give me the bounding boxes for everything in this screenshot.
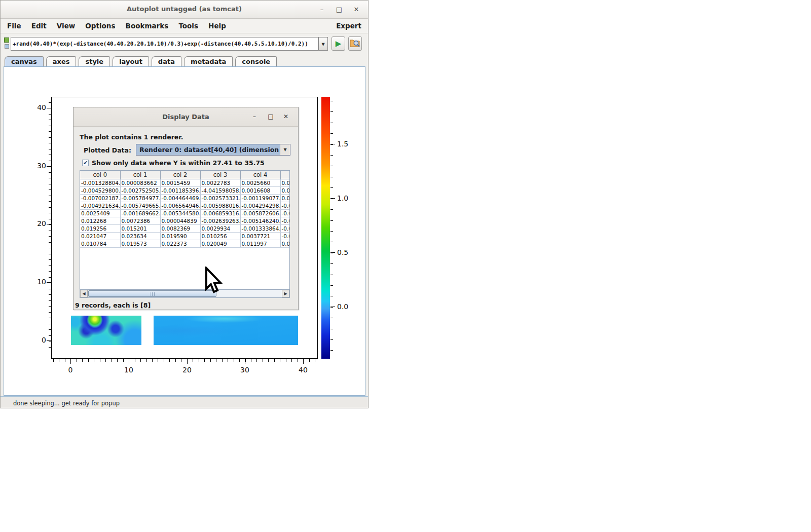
status-message: done sleeping... get ready for popup <box>13 400 120 407</box>
table-cell[interactable]: 0.0037721 <box>240 232 280 240</box>
table-cell[interactable]: -0.004529800... <box>80 186 120 194</box>
table-cell[interactable]: 0.000083662 <box>120 179 160 186</box>
tab-console[interactable]: console <box>235 56 277 67</box>
colorbar-major-tick <box>330 307 335 307</box>
table-cell[interactable]: 0.0025660 <box>240 179 280 186</box>
table-cell[interactable]: -0.005344580... <box>160 209 200 217</box>
table-cell[interactable]: 0.010256 <box>200 232 240 240</box>
dialog-close-icon[interactable]: ✕ <box>281 111 291 122</box>
table-cell[interactable]: -0.005146240... <box>240 217 280 224</box>
tab-axes[interactable]: axes <box>46 56 77 67</box>
menu-file[interactable]: File <box>7 22 21 30</box>
table-cell[interactable]: 0.019256 <box>80 224 120 232</box>
column-header[interactable]: col 3 <box>200 171 240 179</box>
table-cell[interactable]: -0.0 <box>280 202 290 209</box>
table-cell[interactable]: 0.0072386 <box>120 217 160 224</box>
table-cell[interactable]: -0.001689662... <box>120 209 160 217</box>
table-cell[interactable]: -0.0 <box>280 209 290 217</box>
table-cell[interactable]: 0.010784 <box>80 240 120 247</box>
menu-bookmarks[interactable]: Bookmarks <box>126 22 169 30</box>
renderer-select[interactable]: Renderer 0: dataset[40,40] (dimension...… <box>136 144 290 156</box>
horizontal-scrollbar[interactable]: ◀ ▶ <box>80 289 289 297</box>
maximize-icon[interactable]: □ <box>334 4 345 15</box>
table-cell[interactable]: 0.0016608 <box>240 186 280 194</box>
table-cell[interactable]: 0.012268 <box>80 217 120 224</box>
menu-bar: File Edit View Options Bookmarks Tools H… <box>1 19 368 33</box>
table-cell[interactable]: -0.002639263... <box>200 217 240 224</box>
table-row: 0.010784 0.019573 0.022373 0.020049 0.01… <box>80 240 290 247</box>
colorbar[interactable] <box>321 97 330 359</box>
table-cell[interactable]: 0.0082369 <box>160 224 200 232</box>
table-cell[interactable]: -0.001333864... <box>240 224 280 232</box>
table-cell[interactable]: -0.005749665... <box>120 202 160 209</box>
table-cell[interactable]: -0.004294298... <box>240 202 280 209</box>
table-cell[interactable]: 0.015201 <box>120 224 160 232</box>
table-cell[interactable]: -0.004464469... <box>160 194 200 202</box>
scrollbar-thumb[interactable] <box>88 290 216 297</box>
table-cell[interactable]: -0.001199077... <box>240 194 280 202</box>
dialog-minimize-icon[interactable]: – <box>249 111 260 122</box>
colorbar-label: 0.5 <box>337 248 348 256</box>
inspect-uri-button[interactable] <box>348 36 362 51</box>
uri-input[interactable]: +rand(40,40)*(exp(-distance(40,40,20,20,… <box>11 37 318 51</box>
table-cell[interactable]: 0.0015459 <box>160 179 200 186</box>
table-cell[interactable]: 0.0029934 <box>200 224 240 232</box>
menu-options[interactable]: Options <box>85 22 115 30</box>
expert-toggle[interactable]: Expert <box>336 22 361 30</box>
menu-view[interactable]: View <box>57 22 75 30</box>
table-cell[interactable]: 0.019573 <box>120 240 160 247</box>
menu-tools[interactable]: Tools <box>178 22 198 30</box>
table-cell[interactable]: 0.0022783 <box>200 179 240 186</box>
table-cell[interactable]: 0.023634 <box>120 232 160 240</box>
tab-style[interactable]: style <box>79 56 110 67</box>
table-cell[interactable]: 0.00 <box>280 186 290 194</box>
table-cell[interactable]: -0.001185396... <box>160 186 200 194</box>
menu-edit[interactable]: Edit <box>31 22 47 30</box>
table-cell[interactable]: -0.006564946... <box>160 202 200 209</box>
table-cell[interactable]: 0.0025409 <box>80 209 120 217</box>
column-header[interactable]: col 1 <box>120 171 160 179</box>
table-cell[interactable]: -0.0 <box>280 232 290 240</box>
table-cell[interactable]: -0.007002187... <box>80 194 120 202</box>
table-cell[interactable]: 0.022373 <box>160 240 200 247</box>
tab-data[interactable]: data <box>152 56 181 67</box>
menu-help[interactable]: Help <box>208 22 226 30</box>
layer-status-icon <box>5 44 9 49</box>
uri-dropdown-icon[interactable]: ▼ <box>318 37 328 51</box>
tab-metadata[interactable]: metadata <box>184 56 233 67</box>
table-cell[interactable]: 0.021047 <box>80 232 120 240</box>
table-cell[interactable]: 0.00 <box>280 179 290 186</box>
table-cell[interactable]: -0.001328804... <box>80 179 120 186</box>
table-cell[interactable]: 0.011997 <box>240 240 280 247</box>
go-button[interactable]: ▶ <box>331 36 345 51</box>
folder-magnifier-icon <box>349 37 361 49</box>
chevron-down-icon[interactable]: ▼ <box>280 144 290 155</box>
table-cell[interactable]: -0.0 <box>280 224 290 232</box>
column-header[interactable]: col 0 <box>80 171 120 179</box>
table-cell[interactable]: 0.00 <box>280 240 290 247</box>
scroll-right-icon[interactable]: ▶ <box>282 290 289 297</box>
filter-checkbox[interactable]: ✔ <box>82 160 89 166</box>
table-cell[interactable]: -0.004921634... <box>80 202 120 209</box>
table-cell[interactable]: -0.005784977... <box>120 194 160 202</box>
column-header[interactable] <box>280 171 290 179</box>
column-header[interactable]: col 2 <box>160 171 200 179</box>
tab-layout[interactable]: layout <box>113 56 149 67</box>
table-cell[interactable]: -0.0 <box>280 217 290 224</box>
table-cell[interactable]: -0.005988016... <box>200 202 240 209</box>
table-cell[interactable]: -0.005872606... <box>240 209 280 217</box>
dialog-maximize-icon[interactable]: □ <box>266 111 276 122</box>
table-cell[interactable]: 0.020049 <box>200 240 240 247</box>
table-cell[interactable]: 0.00 <box>280 194 290 202</box>
table-cell[interactable]: -0.002752505... <box>120 186 160 194</box>
table-cell[interactable]: 0.019590 <box>160 232 200 240</box>
table-cell[interactable]: -0.002573321... <box>200 194 240 202</box>
minimize-icon[interactable]: – <box>316 4 327 15</box>
tab-canvas[interactable]: canvas <box>5 56 44 67</box>
table-cell[interactable]: 0.000044839 <box>160 217 200 224</box>
table-cell[interactable]: -4.041598058... <box>200 186 240 194</box>
scroll-left-icon[interactable]: ◀ <box>80 290 88 297</box>
column-header[interactable]: col 4 <box>240 171 280 179</box>
close-icon[interactable]: ✕ <box>351 4 362 15</box>
table-cell[interactable]: -0.006859316... <box>200 209 240 217</box>
